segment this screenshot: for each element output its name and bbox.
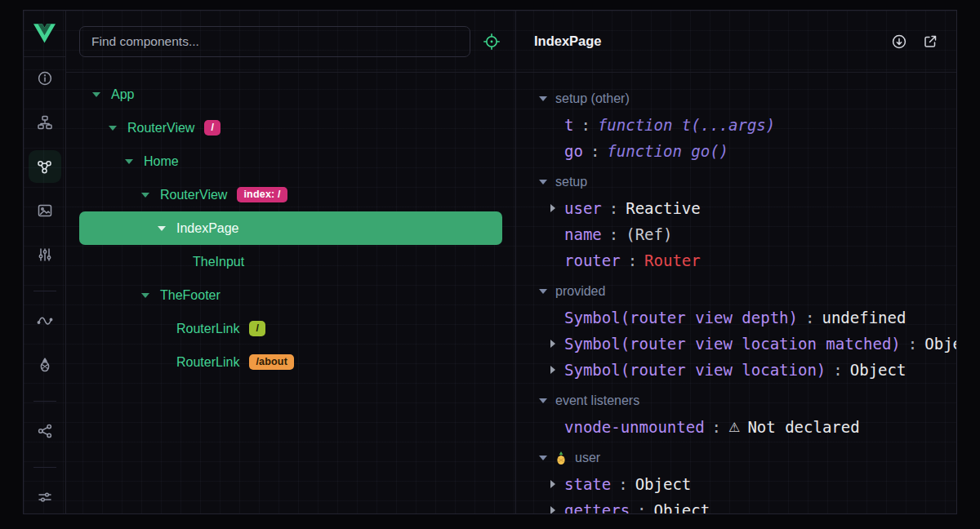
tree-item-routerlink-about[interactable]: RouterLink /about: [79, 345, 502, 379]
tree-item-label: IndexPage: [176, 221, 239, 236]
vue-logo[interactable]: [24, 11, 65, 57]
chevron-down-icon[interactable]: [539, 398, 547, 403]
tree-item-label: RouterView: [160, 188, 227, 202]
search-input[interactable]: [79, 26, 470, 57]
route-badge: index: /: [237, 187, 287, 202]
prop-row-symbol-location[interactable]: Symbol(router view location) : Object: [539, 357, 956, 383]
chevron-right-icon[interactable]: [550, 366, 555, 374]
chevron-right-icon[interactable]: [550, 204, 555, 212]
share-nodes-icon[interactable]: [29, 415, 61, 447]
pinia-pineapple-icon[interactable]: [29, 349, 61, 381]
chevron-down-icon[interactable]: [125, 159, 133, 164]
chevron-down-icon[interactable]: [141, 193, 149, 198]
tree-item-label: TheInput: [193, 255, 244, 269]
components-panel: App RouterView / Home RouterView index: …: [66, 11, 515, 513]
tree-item-label: RouterLink: [176, 322, 239, 336]
state-sections: setup (other) t : function t(...args) go…: [516, 73, 956, 513]
chevron-right-icon[interactable]: [550, 480, 555, 488]
tree-item-indexpage[interactable]: IndexPage: [79, 211, 502, 245]
section-provided[interactable]: provided: [539, 278, 956, 305]
route-badge: /: [249, 321, 265, 336]
tree-item-routerview[interactable]: RouterView /: [79, 111, 502, 144]
open-in-editor-icon[interactable]: [922, 33, 938, 50]
prop-row-state[interactable]: state : Object: [539, 471, 956, 497]
warning-icon: ⚠: [728, 420, 740, 435]
prop-row-t[interactable]: t : function t(...args): [539, 112, 956, 138]
chevron-down-icon[interactable]: [92, 92, 100, 97]
info-icon[interactable]: [29, 62, 61, 95]
chevron-right-icon[interactable]: [550, 506, 555, 513]
tree-item-routerlink-home[interactable]: RouterLink /: [79, 312, 502, 345]
state-panel-header: IndexPage: [516, 11, 956, 73]
rail-divider: [33, 291, 56, 291]
assets-image-icon[interactable]: [29, 194, 61, 227]
prop-row-vnode-unmounted[interactable]: vnode-unmounted : ⚠ Not declared: [539, 414, 956, 440]
section-label: user: [575, 451, 600, 465]
chevron-right-icon[interactable]: [550, 340, 555, 348]
route-badge: /: [204, 120, 220, 136]
prop-row-name[interactable]: name : (Ref): [539, 221, 956, 247]
chevron-down-icon[interactable]: [109, 126, 117, 131]
section-pinia-user[interactable]: user: [539, 445, 956, 471]
prop-row-user[interactable]: user : Reactive: [539, 195, 956, 221]
section-label: setup (other): [555, 91, 630, 106]
prop-row-router[interactable]: router : Router: [539, 247, 956, 273]
components-tree-icon[interactable]: [29, 106, 61, 139]
prop-row-getters[interactable]: getters : Object: [539, 497, 956, 513]
icon-rail: [24, 11, 66, 513]
section-setup[interactable]: setup: [539, 169, 956, 195]
prop-row-symbol-depth[interactable]: Symbol(router view depth) : undefined: [539, 305, 956, 331]
tree-item-home[interactable]: Home: [79, 144, 502, 178]
tree-item-thefooter[interactable]: TheFooter: [79, 278, 502, 312]
state-panel: IndexPage setup (o: [515, 11, 956, 513]
prop-row-symbol-matched[interactable]: Symbol(router view location matched) : O…: [539, 331, 956, 357]
graph-nodes-icon[interactable]: [29, 150, 61, 183]
sliders-vertical-icon[interactable]: [29, 238, 61, 271]
inspect-crosshair-icon[interactable]: [481, 31, 502, 52]
timeline-wave-icon[interactable]: [29, 305, 61, 337]
components-toolbar: [66, 11, 515, 73]
chevron-down-icon[interactable]: [539, 289, 547, 294]
tree-item-label: RouterLink: [176, 355, 239, 370]
chevron-down-icon[interactable]: [539, 456, 547, 460]
pinia-pineapple-icon: [555, 451, 567, 465]
selected-component-title: IndexPage: [534, 33, 602, 49]
tree-item-label: RouterView: [127, 121, 194, 136]
section-event-listeners[interactable]: event listeners: [539, 388, 956, 414]
tree-item-label: TheFooter: [160, 288, 220, 303]
section-label: setup: [555, 175, 587, 189]
chevron-down-icon[interactable]: [539, 180, 547, 184]
section-setup-other[interactable]: setup (other): [539, 86, 956, 112]
tree-item-app[interactable]: App: [79, 78, 502, 111]
chevron-down-icon[interactable]: [539, 96, 547, 101]
tree-item-routerview-index[interactable]: RouterView index: /: [79, 178, 502, 211]
section-label: provided: [555, 284, 605, 299]
chevron-down-icon[interactable]: [158, 226, 166, 231]
chevron-down-icon[interactable]: [141, 293, 149, 298]
filter-sliders-icon[interactable]: [29, 481, 61, 513]
scroll-to-component-icon[interactable]: [891, 33, 907, 50]
tree-item-label: App: [111, 87, 134, 102]
prop-row-go[interactable]: go : function go(): [539, 138, 956, 164]
tree-item-theinput[interactable]: TheInput: [79, 245, 502, 278]
component-tree: App RouterView / Home RouterView index: …: [66, 73, 515, 379]
rail-divider: [33, 467, 56, 468]
section-label: event listeners: [555, 393, 639, 408]
route-badge: /about: [249, 354, 294, 370]
rail-divider: [33, 401, 56, 402]
tree-item-label: Home: [144, 154, 179, 169]
vue-devtools-window: App RouterView / Home RouterView index: …: [23, 10, 957, 514]
